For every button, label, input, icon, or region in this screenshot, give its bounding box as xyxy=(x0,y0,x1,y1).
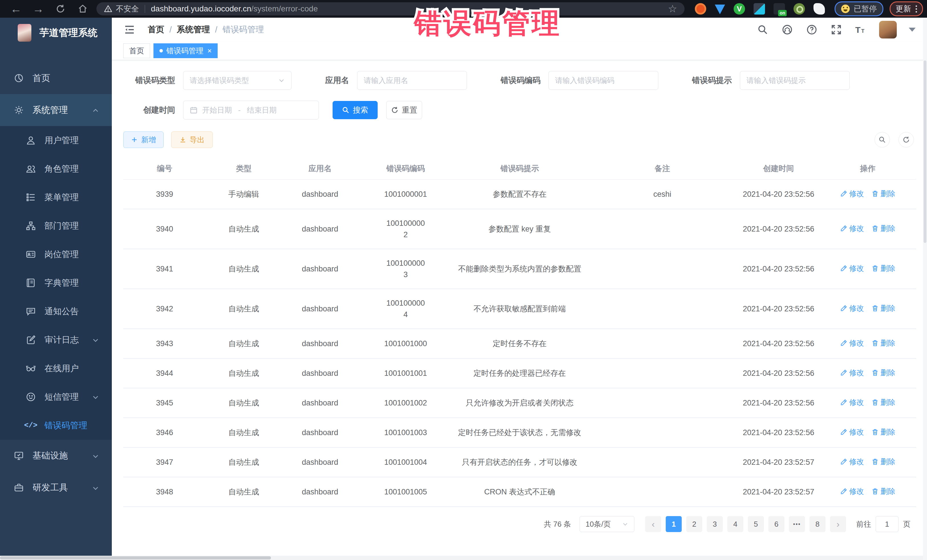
breadcrumb-item[interactable]: 首页 xyxy=(148,24,164,35)
collapse-sidebar-icon[interactable] xyxy=(123,23,136,36)
delete-link[interactable]: 删除 xyxy=(871,397,895,408)
back-icon[interactable]: ← xyxy=(10,3,22,15)
home-icon[interactable] xyxy=(76,3,89,15)
extensions-puzzle-icon[interactable] xyxy=(813,3,825,15)
horizontal-scrollbar[interactable] xyxy=(0,556,923,560)
delete-link[interactable]: 删除 xyxy=(871,302,895,314)
help-question-icon[interactable] xyxy=(805,23,818,36)
browser-update-button[interactable]: 更新 xyxy=(890,2,923,16)
delete-link[interactable]: 删除 xyxy=(871,486,895,497)
toggle-search-button[interactable] xyxy=(874,132,890,147)
refresh-table-button[interactable] xyxy=(898,132,914,147)
user-avatar[interactable] xyxy=(879,21,897,38)
error-code-type-select[interactable]: 请选择错误码类型 xyxy=(183,71,292,90)
sidebar-item-audit-log[interactable]: 审计日志 xyxy=(0,326,112,354)
error-code-input[interactable] xyxy=(549,71,658,90)
edit-link[interactable]: 修改 xyxy=(840,337,864,349)
address-bar[interactable]: 不安全 dashboard.yudao.iocoder.cn /system/e… xyxy=(96,2,685,15)
delete-link[interactable]: 删除 xyxy=(871,263,895,274)
delete-link[interactable]: 删除 xyxy=(871,367,895,378)
sidebar-item-infrastructure[interactable]: 基础设施 xyxy=(0,440,112,472)
sidebar-item-sms-management[interactable]: 短信管理 xyxy=(0,382,112,411)
sidebar-item-dev-tools[interactable]: 研发工具 xyxy=(0,472,112,504)
logo[interactable]: 芋道管理系统 xyxy=(0,18,112,48)
extension-tiles-icon[interactable] xyxy=(754,3,765,15)
edit-link[interactable]: 修改 xyxy=(840,302,864,314)
edit-link[interactable]: 修改 xyxy=(840,397,864,408)
edit-link[interactable]: 修改 xyxy=(840,223,864,234)
search-icon[interactable] xyxy=(757,23,769,36)
vertical-scrollbar[interactable] xyxy=(923,18,927,560)
edit-link[interactable]: 修改 xyxy=(840,486,864,497)
horizontal-scrollbar-thumb[interactable] xyxy=(0,556,271,559)
edit-link[interactable]: 修改 xyxy=(840,426,864,438)
vertical-scrollbar-thumb[interactable] xyxy=(924,61,926,243)
sidebar-item-user-management[interactable]: 用户管理 xyxy=(0,126,112,155)
page-button-1[interactable]: 1 xyxy=(666,516,682,532)
page-button-6[interactable]: 6 xyxy=(768,516,784,532)
profile-paused-chip[interactable]: 已暂停 xyxy=(834,2,883,16)
sidebar-item-dict-management[interactable]: 字典管理 xyxy=(0,269,112,297)
page-button-5[interactable]: 5 xyxy=(748,516,764,532)
github-icon[interactable] xyxy=(781,23,793,36)
sidebar-item-online-users[interactable]: 在线用户 xyxy=(0,354,112,382)
edit-link[interactable]: 修改 xyxy=(840,456,864,467)
edit-link[interactable]: 修改 xyxy=(840,263,864,274)
page-size-select[interactable]: 10条/页 xyxy=(580,516,634,532)
sidebar-item-error-code-management[interactable]: </>错误码管理 xyxy=(0,411,112,440)
add-button[interactable]: 新增 xyxy=(123,132,164,148)
more-pages-icon[interactable]: ••• xyxy=(789,516,805,532)
tab-error-code-management[interactable]: 错误码管理 × xyxy=(153,43,217,58)
next-page-button[interactable]: › xyxy=(830,516,846,532)
table-row: 3942自动生成dashboard100100000 4不允许获取敏感配置到前端… xyxy=(123,289,916,329)
browser-menu-kebab-icon[interactable] xyxy=(916,5,917,12)
url-path[interactable]: /system/error-code xyxy=(251,4,318,14)
search-button[interactable]: 搜索 xyxy=(333,101,378,119)
page-button-3[interactable]: 3 xyxy=(707,516,723,532)
breadcrumb-item[interactable]: 系统管理 xyxy=(177,24,210,35)
tab-home[interactable]: 首页 xyxy=(123,43,150,58)
delete-link[interactable]: 删除 xyxy=(871,456,895,467)
reload-icon[interactable] xyxy=(54,3,67,15)
user-menu-caret-icon[interactable] xyxy=(909,28,916,32)
sidebar-item-notice-announcement[interactable]: 通知公告 xyxy=(0,297,112,326)
page-button-8[interactable]: 8 xyxy=(810,516,825,532)
sidebar-item-menu-management[interactable]: 菜单管理 xyxy=(0,183,112,212)
table-row: 3940自动生成dashboard100100000 2参数配置 key 重复2… xyxy=(123,209,916,249)
forward-icon[interactable]: → xyxy=(32,3,44,15)
edit-link[interactable]: 修改 xyxy=(840,367,864,378)
tab-close-icon[interactable]: × xyxy=(207,47,212,55)
delete-link[interactable]: 删除 xyxy=(871,426,895,438)
extension-key-icon[interactable] xyxy=(793,3,805,15)
export-button[interactable]: 导出 xyxy=(171,132,213,148)
edit-link[interactable]: 修改 xyxy=(840,188,864,199)
sidebar-item-department-management[interactable]: 部门管理 xyxy=(0,212,112,240)
extension-gem-icon[interactable] xyxy=(715,5,725,14)
extension-green-v-icon[interactable]: V xyxy=(734,3,745,15)
delete-link[interactable]: 删除 xyxy=(871,337,895,349)
delete-link[interactable]: 删除 xyxy=(871,188,895,199)
delete-link[interactable]: 删除 xyxy=(871,223,895,234)
url-host[interactable]: dashboard.yudao.iocoder.cn xyxy=(151,4,251,14)
goto-page-input[interactable] xyxy=(876,516,898,532)
sidebar-item-home[interactable]: 首页 xyxy=(0,62,112,94)
reset-button[interactable]: 重置 xyxy=(386,101,422,119)
date-range-picker[interactable]: 开始日期 - 结束日期 xyxy=(183,101,319,120)
app-name-label: 应用名 xyxy=(325,75,349,86)
extension-orange-icon[interactable] xyxy=(695,3,706,15)
infrastructure-icon xyxy=(12,449,25,462)
font-size-icon[interactable]: TT xyxy=(854,23,867,36)
sidebar-item-role-management[interactable]: 角色管理 xyxy=(0,155,112,183)
fullscreen-icon[interactable] xyxy=(830,23,843,36)
page-button-2[interactable]: 2 xyxy=(686,516,702,532)
error-hint-input[interactable] xyxy=(740,71,849,90)
bookmark-star-icon[interactable]: ☆ xyxy=(668,4,677,14)
prev-page-button[interactable]: ‹ xyxy=(645,516,661,532)
page-button-4[interactable]: 4 xyxy=(727,516,743,532)
app-name-input[interactable] xyxy=(357,71,467,90)
edit-link-label: 修改 xyxy=(849,367,864,378)
sidebar-item-post-management[interactable]: 岗位管理 xyxy=(0,240,112,269)
extension-on-badge-icon[interactable] xyxy=(774,3,785,15)
sidebar-item-system-management[interactable]: 系统管理 xyxy=(0,94,112,126)
security-label[interactable]: 不安全 xyxy=(116,4,139,14)
